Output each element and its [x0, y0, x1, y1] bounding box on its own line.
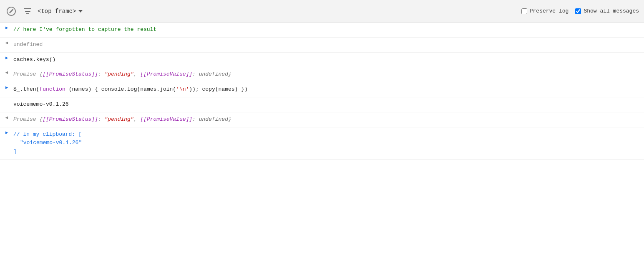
frame-selector-arrow	[78, 10, 83, 13]
row-arrow-2: ◄	[0, 39, 13, 46]
row-arrow-6	[0, 99, 13, 100]
then-text-5c: )); copy(names) })	[189, 86, 247, 92]
toolbar-left: <top frame>	[5, 5, 517, 18]
then-text-5a: $_.then(	[13, 86, 39, 92]
console-row-5: ► $_.then(function (names) { console.log…	[0, 82, 644, 97]
row-arrow-1[interactable]: ►	[0, 24, 13, 30]
frame-selector[interactable]: <top frame>	[38, 8, 83, 15]
promise-text-7a: Promise {	[13, 116, 43, 122]
promise-value-val-4: undefined	[199, 71, 228, 77]
promise-comma-7: ,	[134, 116, 141, 122]
then-text-5b: (names) { console.log(names.join(	[65, 86, 176, 92]
comment-line-1: // in my clipboard: [	[13, 130, 641, 139]
console-row-3: ► caches.keys()	[0, 53, 644, 68]
console-toolbar: <top frame> Preserve log Show all messag…	[0, 0, 644, 23]
then-string-5: '\n'	[176, 86, 189, 92]
promise-comma-4: ,	[134, 71, 141, 77]
row-content-5: $_.then(function (names) { console.log(n…	[13, 84, 641, 96]
voicememo-text: voicememo-v0.1.26	[13, 101, 69, 107]
promise-text-4a: Promise {	[13, 71, 43, 77]
comment-line-2: "voicememo-v0.1.26"	[13, 139, 641, 147]
promise-status-key-4: [[PromiseStatus]]	[43, 71, 98, 77]
clear-console-button[interactable]	[5, 5, 18, 18]
comment-text-1: // here I've forgotten to capture the re…	[13, 26, 156, 33]
promise-close-4: }	[228, 71, 231, 77]
console-row-4: ◄ Promise {[[PromiseStatus]]: "pending",…	[0, 67, 644, 82]
row-content-4: Promise {[[PromiseStatus]]: "pending", […	[13, 69, 641, 81]
then-function-5: function	[39, 86, 65, 92]
caches-keys-text: caches.keys()	[13, 56, 55, 63]
show-all-messages-label[interactable]: Show all messages	[575, 8, 639, 14]
row-arrow-7: ◄	[0, 114, 13, 120]
preserve-log-label[interactable]: Preserve log	[521, 8, 569, 14]
row-content-6: voicememo-v0.1.26	[13, 99, 641, 111]
show-all-messages-text: Show all messages	[584, 8, 639, 14]
preserve-log-checkbox[interactable]	[521, 8, 527, 14]
filter-button[interactable]	[22, 6, 33, 17]
comment-line-3: ]	[13, 147, 641, 156]
promise-status-val-4: "pending"	[104, 71, 133, 77]
promise-value-key-7: [[PromiseValue]]	[140, 116, 192, 122]
console-row-6: voicememo-v0.1.26	[0, 97, 644, 112]
clear-icon	[7, 7, 16, 16]
undefined-text: undefined	[13, 41, 43, 48]
show-all-messages-checkbox[interactable]	[575, 8, 581, 14]
promise-value-val-7: undefined	[199, 116, 228, 122]
frame-selector-label: <top frame>	[38, 8, 76, 15]
row-arrow-5[interactable]: ►	[0, 84, 13, 90]
promise-colon-4b: :	[192, 71, 199, 77]
row-content-1: // here I've forgotten to capture the re…	[13, 24, 641, 36]
row-arrow-3[interactable]: ►	[0, 54, 13, 61]
row-content-7: Promise {[[PromiseStatus]]: "pending", […	[13, 114, 641, 126]
console-row-8: ► // in my clipboard: [ "voicememo-v0.1.…	[0, 127, 644, 160]
promise-status-val-7: "pending"	[104, 116, 133, 122]
preserve-log-text: Preserve log	[530, 8, 569, 14]
row-content-2: undefined	[13, 39, 641, 51]
promise-colon-7b: :	[192, 116, 199, 122]
console-row-1: ► // here I've forgotten to capture the …	[0, 23, 644, 38]
row-arrow-8[interactable]: ►	[0, 129, 13, 135]
console-row-2: ◄ undefined	[0, 38, 644, 53]
console-output: ► // here I've forgotten to capture the …	[0, 23, 644, 259]
promise-status-key-7: [[PromiseStatus]]	[43, 116, 98, 122]
row-content-8: // in my clipboard: [ "voicememo-v0.1.26…	[13, 129, 641, 158]
console-row-7: ◄ Promise {[[PromiseStatus]]: "pending",…	[0, 112, 644, 127]
filter-icon	[23, 8, 32, 15]
promise-colon-4a: :	[98, 71, 105, 77]
row-content-3: caches.keys()	[13, 54, 641, 66]
row-arrow-4: ◄	[0, 69, 13, 75]
promise-close-7: }	[228, 116, 231, 122]
promise-value-key-4: [[PromiseValue]]	[140, 71, 192, 77]
toolbar-right: Preserve log Show all messages	[521, 8, 639, 14]
promise-colon-7a: :	[98, 116, 105, 122]
